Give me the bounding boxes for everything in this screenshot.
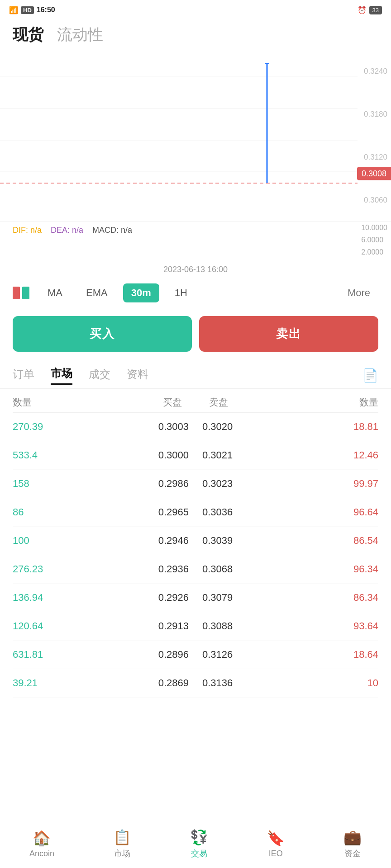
tab-market[interactable]: 市场 [51, 366, 72, 385]
qty-red-3: 96.64 [287, 506, 378, 518]
header-tabs: 现货 流动性 [0, 20, 391, 45]
btn-more[interactable]: More [339, 283, 378, 302]
qty-red-1: 12.46 [287, 449, 378, 461]
qty-red-6: 86.34 [287, 592, 378, 604]
status-left: 📶 HD 16:50 [9, 6, 55, 14]
ancoin-icon: 🏠 [33, 830, 51, 847]
price-chart[interactable]: 0.3240 0.3180 0.3120 0.3060 0.3008 [0, 50, 391, 222]
order-book: 数量 买盘 卖盘 数量 270.39 0.3003 0.3020 18.81 5… [0, 389, 391, 698]
ask-1: 0.3021 [202, 449, 233, 461]
order-rows-container: 270.39 0.3003 0.3020 18.81 533.4 0.3000 … [13, 413, 378, 698]
bid-5: 0.2936 [158, 563, 189, 575]
table-row: 533.4 0.3000 0.3021 12.46 [13, 441, 378, 470]
bid-0: 0.3003 [158, 421, 189, 433]
nav-funds-label: 资金 [344, 848, 361, 859]
ieo-icon: 🔖 [267, 830, 285, 847]
ask-2: 0.3023 [202, 478, 233, 490]
tab-spot[interactable]: 现货 [13, 24, 43, 45]
table-row: 158 0.2986 0.3023 99.97 [13, 470, 378, 498]
nav-market[interactable]: 📋 市场 [113, 829, 131, 859]
nav-ieo[interactable]: 🔖 IEO [267, 830, 285, 859]
bid-ask-4: 0.2946 0.3039 [104, 535, 287, 547]
buy-button[interactable]: 买入 [13, 316, 192, 352]
qty-green-7: 120.64 [13, 620, 104, 632]
candle-green [22, 287, 29, 299]
btn-1h[interactable]: 1H [167, 283, 196, 302]
tab-info[interactable]: 资料 [127, 367, 148, 384]
nav-trade[interactable]: 💱 交易 [190, 829, 208, 859]
date-label: 2023-06-13 16:00 [0, 262, 391, 277]
bid-ask-9: 0.2869 0.3136 [104, 677, 287, 689]
nav-ancoin[interactable]: 🏠 Ancoin [29, 830, 54, 859]
bottom-nav: 🏠 Ancoin 📋 市场 💱 交易 🔖 IEO 💼 资金 [0, 823, 391, 868]
bid-7: 0.2913 [158, 620, 189, 632]
trade-icon: 💱 [190, 829, 208, 846]
ask-3: 0.3036 [202, 506, 233, 518]
candle-icon [13, 287, 29, 299]
bid-3: 0.2965 [158, 506, 189, 518]
btn-30m[interactable]: 30m [123, 283, 159, 302]
nav-ieo-label: IEO [269, 849, 283, 859]
bid-ask-5: 0.2936 0.3068 [104, 563, 287, 575]
bid-8: 0.2896 [158, 649, 189, 660]
tab-liquidity[interactable]: 流动性 [57, 24, 103, 45]
battery-display: 33 [369, 6, 382, 14]
bid-6: 0.2926 [158, 592, 189, 604]
sell-button[interactable]: 卖出 [199, 316, 378, 352]
bid-ask-6: 0.2926 0.3079 [104, 592, 287, 604]
btn-ema[interactable]: EMA [78, 283, 116, 302]
status-right: ⏰ 33 [358, 6, 382, 14]
macd-dea: DEA: n/a [51, 226, 83, 235]
qty-red-2: 99.97 [287, 478, 378, 490]
time-display: 16:50 [37, 6, 55, 14]
chart-controls: MA EMA 30m 1H More [0, 277, 391, 309]
qty-red-9: 10 [287, 677, 378, 689]
qty-green-4: 100 [13, 535, 104, 547]
qty-red-8: 18.64 [287, 649, 378, 660]
ask-5: 0.3068 [202, 563, 233, 575]
price-label: 0.3008 [357, 167, 391, 180]
ask-6: 0.3079 [202, 592, 233, 604]
macd-y-labels: 10.0000 6.0000 2.0000 [361, 222, 387, 258]
btn-ma[interactable]: MA [39, 283, 71, 302]
ask-9: 0.3136 [202, 677, 233, 689]
macd-macd: MACD: n/a [92, 226, 132, 235]
bid-ask-3: 0.2965 0.3036 [104, 506, 287, 518]
chart-wrapper: 0.3240 0.3180 0.3120 0.3060 0.3008 DIF: … [0, 50, 391, 262]
table-row: 100 0.2946 0.3039 86.54 [13, 527, 378, 555]
funds-icon: 💼 [343, 829, 362, 846]
bid-ask-0: 0.3003 0.3020 [104, 421, 287, 433]
header-qty-left: 数量 [13, 396, 104, 409]
table-row: 39.21 0.2869 0.3136 10 [13, 669, 378, 698]
signal-icon: 📶 [9, 6, 18, 14]
ask-8: 0.3126 [202, 649, 233, 660]
bid-ask-1: 0.3000 0.3021 [104, 449, 287, 461]
alarm-icon: ⏰ [358, 6, 367, 14]
qty-green-8: 631.81 [13, 649, 104, 660]
bid-2: 0.2986 [158, 478, 189, 490]
table-row: 631.81 0.2896 0.3126 18.64 [13, 641, 378, 669]
nav-trade-label: 交易 [191, 848, 207, 859]
qty-red-5: 96.34 [287, 563, 378, 575]
qty-green-5: 276.23 [13, 563, 104, 575]
document-icon[interactable]: 📄 [362, 368, 378, 383]
table-row: 270.39 0.3003 0.3020 18.81 [13, 413, 378, 441]
qty-green-0: 270.39 [13, 421, 104, 433]
bid-1: 0.3000 [158, 449, 189, 461]
header-ask: 卖盘 [209, 396, 228, 409]
nav-ancoin-label: Ancoin [29, 849, 54, 859]
bid-ask-2: 0.2986 0.3023 [104, 478, 287, 490]
nav-funds[interactable]: 💼 资金 [343, 829, 362, 859]
header-bid: 买盘 [163, 396, 182, 409]
header-mid: 买盘 卖盘 [104, 396, 287, 409]
qty-green-6: 136.94 [13, 592, 104, 604]
ask-4: 0.3039 [202, 535, 233, 547]
qty-green-9: 39.21 [13, 677, 104, 689]
candle-red [13, 287, 20, 299]
macd-y-1: 10.0000 [361, 224, 387, 232]
tab-order[interactable]: 订单 [13, 367, 34, 384]
qty-red-7: 93.64 [287, 620, 378, 632]
qty-red-4: 86.54 [287, 535, 378, 547]
tab-trade[interactable]: 成交 [89, 367, 110, 384]
table-row: 136.94 0.2926 0.3079 86.34 [13, 584, 378, 612]
